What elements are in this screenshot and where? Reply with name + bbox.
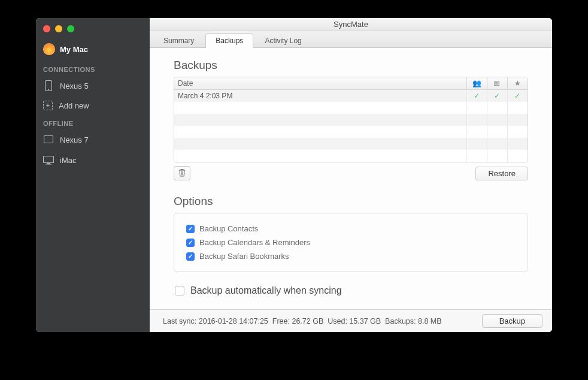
option-label: Backup automatically when syncing <box>190 285 342 296</box>
check-icon: ✓ <box>511 92 525 100</box>
table-row-empty <box>174 150 528 162</box>
status-used: Used: 15.37 GB <box>328 317 381 325</box>
tab-summary[interactable]: Summary <box>153 33 204 48</box>
checkbox-icon[interactable] <box>186 239 195 247</box>
svg-point-1 <box>48 89 49 90</box>
calendar-icon: 📅︎ <box>493 79 501 88</box>
backups-heading: Backups <box>174 59 528 72</box>
col-contacts[interactable]: 👥 <box>466 77 487 90</box>
options-heading: Options <box>174 195 528 208</box>
table-row-empty <box>174 126 528 138</box>
minimize-window-button[interactable] <box>55 25 62 32</box>
checkbox-icon[interactable] <box>175 286 184 295</box>
backup-button[interactable]: Backup <box>482 314 542 328</box>
table-row[interactable]: March 4 2:03 PM ✓ ✓ ✓ <box>174 90 528 102</box>
status-last-sync: Last sync: 2016-01-28 14:07:25 <box>163 317 268 325</box>
phone-icon <box>43 80 54 91</box>
zoom-window-button[interactable] <box>67 25 74 32</box>
window-title: SyncMate <box>150 18 552 31</box>
sidebar-my-mac[interactable]: My Mac <box>36 40 150 61</box>
status-text: Last sync: 2016-01-28 14:07:25 Free: 26.… <box>163 317 442 325</box>
option-backup-bookmarks[interactable]: Backup Safari Bookmarks <box>186 249 516 263</box>
delete-backup-button[interactable] <box>174 166 190 180</box>
svg-rect-5 <box>46 164 51 164</box>
main-panel: SyncMate Summary Backups Activity Log Ba… <box>150 18 552 332</box>
checkbox-icon[interactable] <box>186 225 195 233</box>
sidebar-item-add-new[interactable]: + Add new <box>36 96 150 115</box>
sidebar-item-label: Nexus 7 <box>60 135 89 144</box>
people-icon: 👥 <box>472 79 481 88</box>
app-window: My Mac CONNECTIONS Nexus 5 + Add new OFF… <box>36 18 552 332</box>
sidebar-item-label: iMac <box>60 156 76 165</box>
option-label: Backup Safari Bookmarks <box>199 252 289 261</box>
plus-icon: + <box>43 101 53 110</box>
tablet-icon <box>43 134 54 145</box>
options-box: Backup Contacts Backup Calendars & Remin… <box>174 213 528 272</box>
trash-icon <box>178 168 186 179</box>
window-controls <box>36 23 150 40</box>
cell-date: March 4 2:03 PM <box>174 90 466 102</box>
content-area: Backups Date 👥 📅︎ ★ March 4 2:03 PM <box>150 48 552 309</box>
option-backup-automatically[interactable]: Backup automatically when syncing <box>174 283 528 298</box>
table-row-empty <box>174 138 528 150</box>
sidebar-top-label: My Mac <box>60 45 88 54</box>
sidebar-item-label: Add new <box>59 101 89 110</box>
svg-rect-3 <box>44 156 54 162</box>
table-row-empty <box>174 102 528 114</box>
tab-activity-log[interactable]: Activity Log <box>254 33 311 48</box>
restore-button[interactable]: Restore <box>475 167 528 180</box>
desktop-icon <box>43 155 54 165</box>
option-label: Backup Contacts <box>199 224 258 233</box>
sidebar-item-imac[interactable]: iMac <box>36 150 150 170</box>
col-calendar[interactable]: 📅︎ <box>487 77 507 90</box>
sidebar-item-nexus-7[interactable]: Nexus 7 <box>36 129 150 150</box>
close-window-button[interactable] <box>43 25 50 32</box>
tab-backups[interactable]: Backups <box>205 33 253 48</box>
check-icon: ✓ <box>491 92 504 100</box>
table-row-empty <box>174 114 528 126</box>
sidebar-section-connections: CONNECTIONS <box>36 61 150 76</box>
sidebar-section-offline: OFFLINE <box>36 115 150 129</box>
star-icon: ★ <box>514 79 521 88</box>
status-bar: Last sync: 2016-01-28 14:07:25 Free: 26.… <box>150 309 552 332</box>
option-backup-calendars[interactable]: Backup Calendars & Reminders <box>186 236 516 249</box>
sidebar-item-nexus-5[interactable]: Nexus 5 <box>36 76 150 96</box>
check-icon: ✓ <box>471 92 483 100</box>
backups-table: Date 👥 📅︎ ★ March 4 2:03 PM ✓ ✓ ✓ <box>174 77 528 162</box>
svg-rect-4 <box>47 163 50 164</box>
status-free: Free: 26.72 GB <box>272 317 323 325</box>
tab-bar: Summary Backups Activity Log <box>150 31 552 48</box>
avatar-icon <box>43 43 55 55</box>
sidebar: My Mac CONNECTIONS Nexus 5 + Add new OFF… <box>36 18 150 332</box>
status-backups: Backups: 8.8 MB <box>385 317 442 325</box>
checkbox-icon[interactable] <box>186 252 195 261</box>
backups-actions: Restore <box>174 166 528 180</box>
sidebar-item-label: Nexus 5 <box>60 82 89 91</box>
svg-rect-2 <box>44 136 53 143</box>
option-backup-contacts[interactable]: Backup Contacts <box>186 222 516 236</box>
col-bookmarks[interactable]: ★ <box>507 77 528 90</box>
option-label: Backup Calendars & Reminders <box>199 238 310 247</box>
col-date[interactable]: Date <box>174 77 466 90</box>
